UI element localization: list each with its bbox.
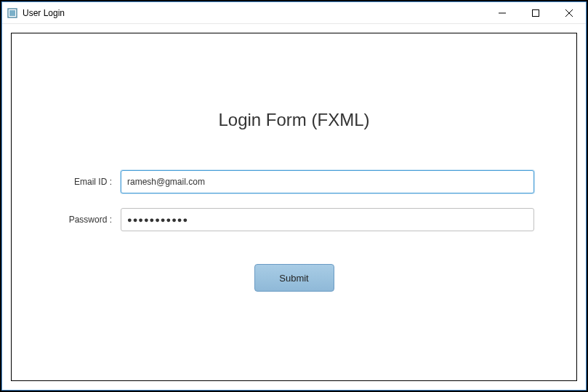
window-title: User Login <box>23 8 486 18</box>
close-button[interactable] <box>552 2 586 24</box>
email-input[interactable] <box>121 170 534 193</box>
content-area: Login Form (FXML) Email ID : Password : … <box>2 24 586 390</box>
application-window: User Login Login Form (FXML) <box>1 1 587 391</box>
form-heading: Login Form (FXML) <box>218 110 369 130</box>
submit-button[interactable]: Submit <box>254 264 334 292</box>
svg-rect-1 <box>9 10 15 16</box>
email-row: Email ID : <box>12 170 576 193</box>
submit-row: Submit <box>12 264 576 292</box>
password-input[interactable] <box>121 208 534 231</box>
window-controls <box>486 2 586 23</box>
email-label: Email ID : <box>54 177 112 187</box>
app-icon <box>7 7 18 19</box>
svg-rect-3 <box>533 10 539 17</box>
password-label: Password : <box>54 215 112 225</box>
password-row: Password : <box>12 208 576 231</box>
titlebar: User Login <box>2 2 586 24</box>
minimize-button[interactable] <box>486 2 519 24</box>
login-panel: Login Form (FXML) Email ID : Password : … <box>11 33 577 381</box>
maximize-button[interactable] <box>519 2 552 24</box>
